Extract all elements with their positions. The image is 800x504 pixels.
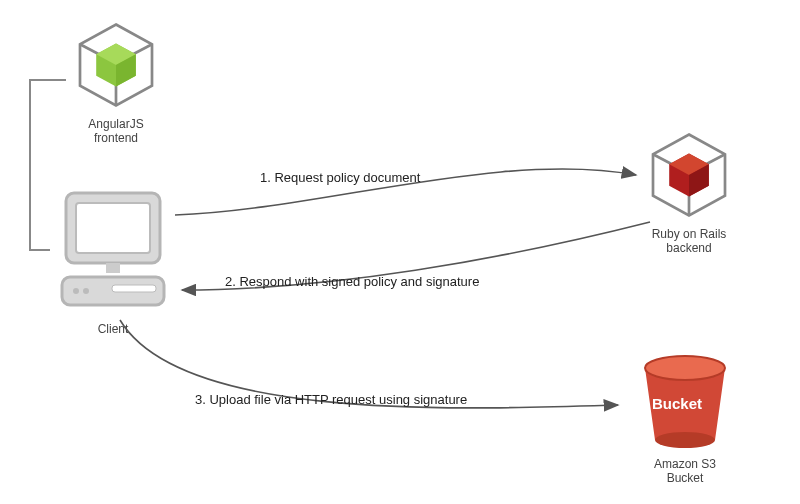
computer-icon xyxy=(48,185,178,315)
rails-node: Ruby on Rails backend xyxy=(634,130,744,256)
step2-label: 2. Respond with signed policy and signat… xyxy=(225,274,479,289)
step1-label: 1. Request policy document xyxy=(260,170,420,185)
s3-node: Amazon S3 Bucket xyxy=(620,350,750,486)
svg-rect-9 xyxy=(106,263,120,273)
bucket-text: Bucket xyxy=(652,395,702,412)
svg-rect-8 xyxy=(76,203,150,253)
rails-label: Ruby on Rails backend xyxy=(634,227,744,256)
cube-icon xyxy=(71,20,161,110)
cube-icon xyxy=(644,130,734,220)
svg-rect-11 xyxy=(112,285,156,292)
svg-point-13 xyxy=(83,288,89,294)
s3-label: Amazon S3 Bucket xyxy=(620,457,750,486)
step3-label: 3. Upload file via HTTP request using si… xyxy=(195,392,467,407)
svg-point-21 xyxy=(645,356,725,380)
angular-label: AngularJS frontend xyxy=(66,117,166,146)
angular-node: AngularJS frontend xyxy=(66,20,166,146)
client-label: Client xyxy=(48,322,178,336)
svg-point-12 xyxy=(73,288,79,294)
client-node: Client xyxy=(48,185,178,336)
svg-point-22 xyxy=(655,432,715,448)
